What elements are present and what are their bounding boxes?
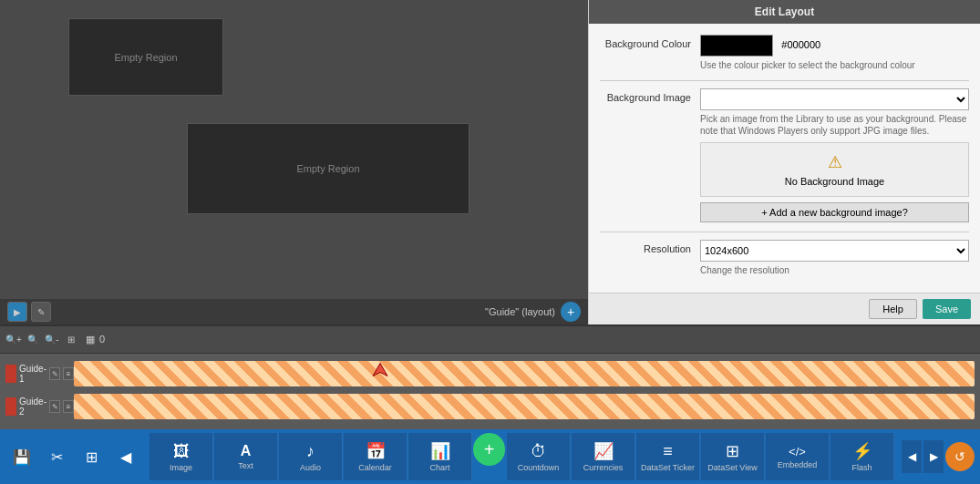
next-btn[interactable]: ▶ — [923, 440, 944, 473]
bg-image-hint: Pick an image from the Library to use as… — [700, 113, 969, 137]
timeline-area: 🔍+ 🔍 🔍- ⊞ ▦ 0 Guide-1 ✎ ≡ — [0, 324, 980, 429]
row-1-fill — [74, 361, 975, 386]
colour-swatch[interactable] — [700, 35, 773, 57]
embedded-btn[interactable]: </> Embedded — [766, 433, 830, 480]
resolution-row: Resolution 1024x600 Change the resolutio… — [600, 240, 969, 276]
dataset-view-icon: ⊞ — [726, 441, 739, 461]
calendar-label: Calendar — [358, 463, 392, 472]
zoom-in-btn[interactable]: 🔍+ — [5, 332, 22, 348]
row-1-track[interactable] — [74, 361, 975, 386]
add-media-btn[interactable]: + — [473, 433, 506, 466]
canvas-bottom-bar: ▶ ✎ "Guide" (layout) + — [0, 299, 588, 324]
svg-marker-0 — [373, 364, 387, 376]
divider-2 — [600, 232, 969, 232]
no-bg-image-box: ⚠ No Background Image — [700, 142, 969, 197]
zoom-fit-btn[interactable]: 🔍 — [25, 332, 41, 348]
currencies-label: Currencies — [583, 463, 624, 472]
grid-icon: ▦ — [86, 334, 95, 345]
save-layout-btn[interactable]: 💾 — [5, 440, 38, 473]
play-btn[interactable]: ▶ — [7, 302, 27, 322]
image-icon: 🖼 — [173, 442, 190, 461]
add-bg-image-btn[interactable]: + Add a new background image? — [700, 202, 969, 222]
embedded-icon: </> — [789, 445, 806, 458]
resolution-hint: Change the resolution — [700, 264, 969, 276]
top-area: Empty Region Empty Region ▶ ✎ "Guide" (l… — [0, 0, 980, 324]
back-btn[interactable]: ◀ — [109, 440, 142, 473]
dataset-ticker-btn[interactable]: ≡ DataSet Ticker — [636, 433, 700, 480]
bg-colour-label: Background Colour — [600, 35, 700, 49]
row-1-label-area: Guide-1 ✎ ≡ — [5, 364, 74, 384]
bottom-toolbar: 💾 ✂ ⊞ ◀ 🖼 Image A Text ♪ Audio 📅 Calenda… — [0, 429, 980, 484]
text-btn[interactable]: A Text — [214, 433, 278, 480]
canvas-inner: Empty Region Empty Region ▶ ✎ "Guide" (l… — [0, 0, 588, 324]
panel-footer: Help Save — [589, 293, 980, 324]
chart-btn[interactable]: 📊 Chart — [408, 433, 472, 480]
embedded-label: Embedded — [778, 460, 818, 469]
row-2-edit-icon[interactable]: ✎ — [49, 400, 60, 413]
audio-label: Audio — [300, 463, 321, 472]
currencies-btn[interactable]: 📈 Currencies — [572, 433, 635, 480]
bg-image-select[interactable] — [700, 88, 969, 110]
row-1-menu-icon[interactable]: ≡ — [63, 367, 74, 380]
flash-label: Flash — [851, 463, 872, 472]
bg-image-row: Background Image Pick an image from the … — [600, 88, 969, 222]
zoom-out-btn[interactable]: 🔍- — [44, 332, 60, 348]
countdown-btn[interactable]: ⏱ Countdown — [507, 433, 571, 480]
tools-btn[interactable]: ✂ — [40, 440, 73, 473]
red-arrow-cursor — [367, 361, 393, 386]
timeline-top: 🔍+ 🔍 🔍- ⊞ ▦ 0 — [0, 326, 980, 354]
chart-label: Chart — [429, 463, 449, 472]
region-2[interactable]: Empty Region — [187, 123, 469, 214]
row-2-track[interactable] — [74, 394, 975, 419]
divider-1 — [600, 80, 969, 81]
row-2-text: Guide-2 — [19, 396, 46, 417]
region-1[interactable]: Empty Region — [68, 18, 223, 96]
timeline-row-2: Guide-2 ✎ ≡ — [5, 392, 975, 421]
save-button[interactable]: Save — [923, 299, 971, 319]
resolution-value-area: 1024x600 Change the resolution — [700, 240, 969, 276]
dataset-ticker-icon: ≡ — [663, 442, 673, 461]
region-1-label: Empty Region — [114, 52, 177, 63]
row-2-label-area: Guide-2 ✎ ≡ — [5, 396, 74, 417]
flash-icon: ⚡ — [852, 441, 872, 461]
edit-btn[interactable]: ✎ — [31, 302, 51, 322]
dataset-view-label: DataSet View — [707, 463, 757, 472]
no-bg-text: No Background Image — [710, 176, 959, 187]
bg-colour-value-area: #000000 Use the colour picker to select … — [700, 35, 969, 71]
row-2-fill — [74, 394, 975, 419]
text-label: Text — [238, 461, 253, 470]
panel-title: Edit Layout — [589, 0, 980, 24]
layout-label: "Guide" (layout) — [485, 306, 555, 317]
windows-btn[interactable]: ⊞ — [75, 440, 108, 473]
refresh-btn[interactable]: ↺ — [945, 442, 975, 471]
timeline-count: ▦ 0 — [86, 334, 105, 345]
layout-add-btn[interactable]: + — [561, 302, 581, 322]
flash-btn[interactable]: ⚡ Flash — [830, 433, 894, 480]
row-1-text: Guide-1 — [19, 364, 46, 384]
dataset-view-btn[interactable]: ⊞ DataSet View — [701, 433, 765, 480]
canvas-controls: ▶ ✎ — [7, 302, 51, 322]
row-2-menu-icon[interactable]: ≡ — [63, 400, 74, 413]
warning-icon: ⚠ — [710, 152, 959, 172]
calendar-btn[interactable]: 📅 Calendar — [344, 433, 407, 480]
audio-btn[interactable]: ♪ Audio — [279, 433, 343, 480]
colour-hex: #000000 — [781, 39, 820, 50]
image-btn[interactable]: 🖼 Image — [150, 433, 213, 480]
bg-colour-hint: Use the colour picker to select the back… — [700, 59, 969, 71]
currencies-icon: 📈 — [593, 441, 614, 461]
row-1-edit-icon[interactable]: ✎ — [49, 367, 60, 380]
panel-content: Background Colour #000000 Use the colour… — [589, 24, 980, 293]
chart-icon: 📊 — [430, 441, 450, 461]
help-button[interactable]: Help — [869, 299, 917, 319]
text-icon: A — [241, 443, 252, 459]
prev-btn[interactable]: ◀ — [902, 440, 922, 473]
countdown-label: Countdown — [518, 463, 560, 472]
right-panel: Edit Layout Background Colour #000000 Us… — [588, 0, 980, 324]
bg-colour-row: Background Colour #000000 Use the colour… — [600, 35, 969, 71]
row-1-color — [5, 365, 16, 383]
bg-image-value-area: Pick an image from the Library to use as… — [700, 88, 969, 222]
image-label: Image — [170, 463, 192, 472]
grid-btn[interactable]: ⊞ — [63, 332, 79, 348]
toolbar-left: 💾 ✂ ⊞ ◀ — [0, 440, 148, 473]
resolution-select[interactable]: 1024x600 — [700, 240, 969, 262]
